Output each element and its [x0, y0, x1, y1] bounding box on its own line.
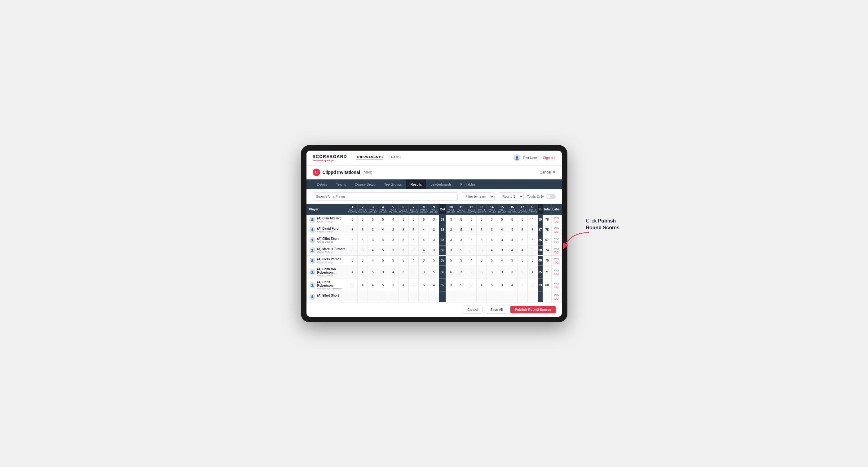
score-hole-9[interactable]: 3 [429, 235, 439, 245]
score-hole-12[interactable]: 5 [466, 225, 476, 235]
score-hole-15[interactable]: 4 [497, 255, 507, 266]
score-hole-11[interactable]: 5 [456, 279, 466, 291]
score-hole-1[interactable]: 4 [347, 266, 358, 279]
score-hole-10[interactable]: 3 [446, 245, 456, 255]
score-hole-5[interactable] [388, 291, 398, 302]
score-hole-1[interactable]: 3 [347, 255, 358, 266]
score-hole-15[interactable]: 3 [497, 245, 507, 255]
score-hole-8[interactable]: 4 [418, 245, 429, 255]
score-hole-17[interactable]: 5 [517, 255, 527, 266]
score-hole-6[interactable]: 5 [398, 255, 408, 266]
dq-label[interactable]: DQ [554, 261, 559, 264]
wd-label[interactable]: WD [554, 282, 559, 285]
score-hole-1[interactable]: 5 [347, 245, 358, 255]
score-hole-3[interactable]: 4 [368, 245, 378, 255]
score-hole-7[interactable]: 5 [408, 235, 418, 245]
score-hole-18[interactable]: 4 [527, 214, 538, 225]
tab-course-setup[interactable]: Course Setup [350, 180, 380, 189]
score-hole-18[interactable]: 3 [527, 225, 538, 235]
score-hole-1[interactable]: 3 [347, 214, 358, 225]
score-hole-4[interactable]: 5 [378, 214, 388, 225]
cancel-button[interactable]: Cancel [463, 306, 483, 314]
dq-label[interactable]: DQ [554, 285, 559, 288]
score-hole-1[interactable]: 5 [347, 235, 358, 245]
score-hole-8[interactable]: 3 [418, 255, 429, 266]
tab-leaderboards[interactable]: Leaderboards [426, 180, 456, 189]
totals-toggle-switch[interactable] [546, 194, 556, 199]
wd-label[interactable]: WD [554, 269, 559, 272]
score-hole-13[interactable]: 5 [476, 245, 487, 255]
score-hole-8[interactable]: 3 [418, 266, 429, 279]
score-hole-6[interactable] [398, 291, 408, 302]
score-hole-3[interactable]: 5 [368, 266, 378, 279]
score-hole-13[interactable]: 4 [476, 279, 487, 291]
wd-label[interactable]: WD [554, 294, 559, 297]
score-hole-10[interactable]: 6 [446, 266, 456, 279]
dq-label[interactable]: DQ [554, 297, 559, 300]
score-hole-2[interactable]: 3 [358, 214, 368, 225]
score-hole-12[interactable]: 5 [466, 245, 476, 255]
publish-round-scores-button[interactable]: Publish Round Scores [510, 306, 555, 313]
score-hole-11[interactable]: 3 [456, 266, 466, 279]
score-hole-7[interactable]: 3 [408, 279, 418, 291]
score-hole-8[interactable]: 6 [418, 214, 429, 225]
score-hole-5[interactable]: 3 [388, 255, 398, 266]
score-hole-13[interactable] [476, 291, 487, 302]
score-hole-16[interactable]: 5 [507, 214, 517, 225]
score-hole-6[interactable]: 3 [398, 214, 408, 225]
dq-label[interactable]: DQ [554, 230, 559, 234]
score-hole-10[interactable]: 3 [446, 279, 456, 291]
score-hole-15[interactable]: 4 [497, 225, 507, 235]
score-hole-11[interactable]: 5 [456, 255, 466, 266]
score-hole-2[interactable]: 3 [358, 245, 368, 255]
score-hole-13[interactable]: 5 [476, 225, 487, 235]
score-hole-8[interactable]: 5 [418, 279, 429, 291]
score-hole-7[interactable] [408, 291, 418, 302]
score-hole-5[interactable]: 3 [388, 225, 398, 235]
nav-link-tournaments[interactable]: TOURNAMENTS [356, 155, 383, 160]
score-hole-16[interactable]: 3 [507, 255, 517, 266]
score-hole-7[interactable]: 5 [408, 245, 418, 255]
score-hole-11[interactable]: 5 [456, 225, 466, 235]
score-hole-7[interactable]: 4 [408, 255, 418, 266]
score-hole-17[interactable]: 5 [517, 225, 527, 235]
score-hole-10[interactable]: 3 [446, 225, 456, 235]
score-hole-6[interactable]: 4 [398, 279, 408, 291]
score-hole-18[interactable]: 5 [527, 235, 538, 245]
score-hole-15[interactable]: 3 [497, 235, 507, 245]
score-hole-6[interactable]: 3 [398, 245, 408, 255]
score-hole-16[interactable]: 4 [507, 279, 517, 291]
wd-label[interactable]: WD [554, 237, 559, 240]
score-hole-18[interactable]: 3 [527, 279, 538, 291]
score-hole-13[interactable]: 3 [476, 235, 487, 245]
score-hole-5[interactable]: 3 [388, 279, 398, 291]
wd-label[interactable]: WD [554, 247, 559, 250]
score-hole-7[interactable]: 5 [408, 266, 418, 279]
dq-label[interactable]: DQ [554, 241, 559, 244]
score-hole-10[interactable]: 3 [446, 214, 456, 225]
score-hole-15[interactable] [497, 291, 507, 302]
score-hole-11[interactable]: 5 [456, 245, 466, 255]
tab-printables[interactable]: Printables [456, 180, 480, 189]
score-hole-2[interactable]: 4 [358, 279, 368, 291]
score-hole-12[interactable]: 5 [466, 235, 476, 245]
dq-label[interactable]: DQ [554, 272, 559, 276]
dq-label[interactable]: DQ [554, 220, 559, 223]
score-hole-1[interactable]: 3 [347, 279, 358, 291]
score-hole-14[interactable]: 3 [487, 266, 497, 279]
tab-results[interactable]: Results [406, 180, 426, 189]
score-hole-17[interactable]: 3 [517, 279, 527, 291]
score-hole-15[interactable]: 3 [497, 266, 507, 279]
score-hole-16[interactable]: 4 [507, 225, 517, 235]
score-hole-13[interactable]: 5 [476, 214, 487, 225]
score-hole-14[interactable]: 3 [487, 214, 497, 225]
score-hole-1[interactable] [347, 291, 358, 302]
score-hole-5[interactable]: 4 [388, 266, 398, 279]
score-hole-16[interactable]: 4 [507, 245, 517, 255]
score-hole-1[interactable]: 3 [347, 225, 358, 235]
score-hole-17[interactable] [517, 291, 527, 302]
wd-label[interactable]: WD [554, 217, 559, 220]
score-hole-4[interactable]: 4 [378, 225, 388, 235]
score-hole-12[interactable] [466, 291, 476, 302]
score-hole-3[interactable]: 4 [368, 279, 378, 291]
